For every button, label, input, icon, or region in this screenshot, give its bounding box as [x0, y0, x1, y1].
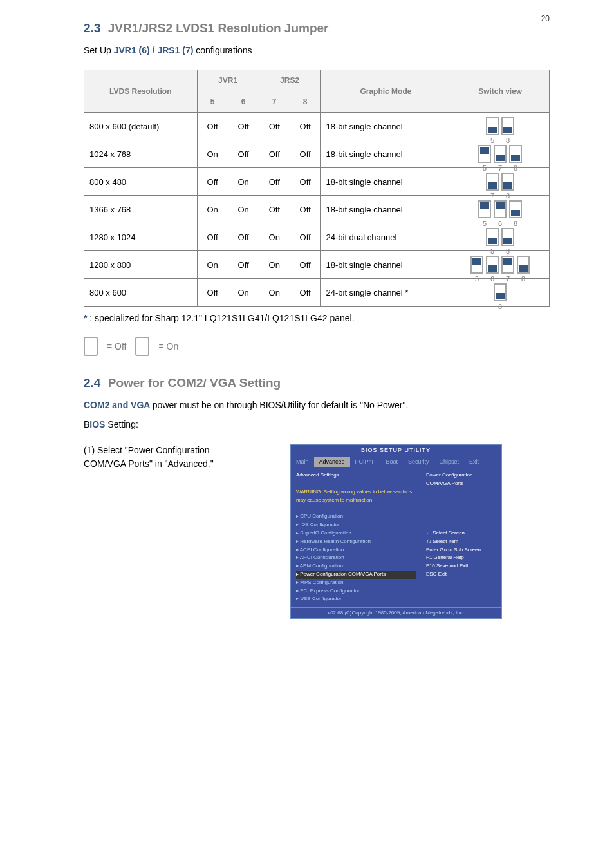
bios-help-line: F1 General Help [426, 554, 497, 562]
note-star: * [84, 313, 89, 323]
cell-resolution: 1024 x 768 [84, 140, 198, 168]
p2-pre: B [84, 419, 89, 429]
lvds-config-table: LVDS Resolution JVR1 JRS2 Graphic Mode S… [84, 70, 550, 307]
cell-jumper: Off [228, 113, 259, 140]
note-text: : specialized for Sharp 12.1" LQ121S1LG4… [89, 313, 354, 323]
cell-mode: 18-bit single channel [321, 140, 451, 168]
section-2-3-heading: 2.3 JVR1/JRS2 LVDS1 Resolution Jumper [84, 19, 550, 38]
bios-body: Advanced Settings WARNING: Setting wrong… [291, 467, 501, 607]
bios-menu-item: Main [291, 457, 314, 468]
cell-resolution: 1280 x 1024 [84, 223, 198, 251]
switch-icon: 7 [494, 145, 507, 163]
bios-list-item: ▸ Hardware Health Configuration [296, 538, 416, 546]
cell-jumper: Off [290, 223, 321, 251]
table-row: 1280 x 1024OffOffOnOff24-bit dual channe… [84, 223, 550, 251]
switch-label: 6 [498, 218, 502, 229]
bios-list-item: ▸ IDE Configuration [296, 521, 416, 529]
cell-resolution: 800 x 600 [84, 279, 198, 307]
cell-jumper: Off [290, 279, 321, 307]
bios-menu-item: PCIPnP [350, 457, 381, 468]
asterisk-note: * : specialized for Sharp 12.1" LQ121S1L… [84, 312, 550, 325]
section-2-4-title: Power for COM2/ VGA Setting [108, 376, 281, 390]
desc-prefix: Set Up [84, 45, 114, 55]
cell-jumper: On [259, 279, 290, 307]
bios-list-item: ▸ APM Configuration [296, 562, 416, 571]
switch-label: 5 [490, 135, 494, 146]
switch-label: 8 [506, 246, 510, 257]
table-row: 1280 x 800OnOffOnOff18-bit single channe… [84, 251, 550, 279]
cell-jumper: Off [290, 113, 321, 140]
section-2-3-description: Set Up JVR1 (6) / JRS1 (7) configuration… [84, 43, 550, 59]
switch-label: 5 [475, 274, 479, 285]
cell-jumper: Off [290, 168, 321, 196]
switch-label: 8 [514, 218, 517, 229]
th-resolution: LVDS Resolution [84, 70, 198, 113]
switch-label: 7 [506, 274, 510, 285]
switch-label: 7 [490, 191, 494, 202]
cell-resolution: 1280 x 800 [84, 251, 198, 279]
bios-menu-item: Boot [381, 457, 404, 468]
bios-list-item: ▸ PCI Express Configuration [296, 587, 416, 596]
cell-jumper: Off [197, 279, 228, 307]
cell-resolution: 800 x 480 [84, 168, 198, 196]
switch-icon: 7 [486, 173, 499, 191]
cell-resolution: 1366 x 768 [84, 196, 198, 223]
cell-switch: 8 [451, 279, 550, 307]
section-2-4-p2: BIOS Setting: [84, 417, 550, 433]
step1-text: (1) Select "Power Configuration COM/VGA … [84, 444, 251, 471]
cell-switch: 58 [451, 113, 550, 140]
switch-label: 6 [490, 274, 494, 285]
th-jrs2: JRS2 [259, 70, 321, 91]
cell-jumper: On [228, 279, 259, 307]
th-sub-8: 8 [290, 91, 321, 113]
bios-right-panel: Power Configuration COM/VGA Ports ← Sele… [422, 467, 501, 607]
desc-suffix: configurations [196, 45, 252, 55]
table-row: 800 x 480OffOnOffOff18-bit single channe… [84, 168, 550, 196]
p1-rest: power must be on through BIOS/Utility fo… [153, 400, 408, 410]
cell-mode: 24-bit single channel * [321, 279, 451, 307]
section-2-4-p1: COM2 and VGA power must be on through BI… [84, 398, 550, 413]
th-graphic-mode: Graphic Mode [321, 70, 451, 113]
bios-list-item: ▸ CPU Configuration [296, 513, 416, 521]
p1-bold: COM2 and VGA [84, 400, 153, 410]
bios-screenshot: BIOS SETUP UTILITY MainAdvancedPCIPnPBoo… [290, 444, 502, 619]
cell-switch: 5678 [451, 251, 550, 279]
switch-icon: 5 [478, 145, 491, 163]
bios-title: BIOS SETUP UTILITY [291, 445, 501, 457]
switch-icon: 5 [486, 228, 499, 246]
cell-resolution: 800 x 600 (default) [84, 113, 198, 140]
legend-on-icon [135, 337, 149, 356]
switch-icon: 5 [478, 200, 491, 218]
section-2-4-number: 2.4 [84, 376, 100, 390]
cell-jumper: Off [290, 196, 321, 223]
bios-footer: v02.68 (C)Copyright 1985-2009, American … [291, 607, 501, 618]
desc-highlight: JVR1 (6) / JRS1 (7) [114, 45, 194, 55]
switch-icon: 8 [501, 228, 514, 246]
switch-icon: 7 [501, 256, 514, 274]
switch-icon: 8 [501, 117, 514, 135]
switch-icon: 5 [486, 117, 499, 135]
cell-jumper: Off [228, 251, 259, 279]
bios-list-item: ▸ AHCI Configuration [296, 554, 416, 562]
bios-help-line: F10 Save and Exit [426, 562, 497, 571]
cell-jumper: Off [259, 168, 290, 196]
cell-mode: 18-bit single channel [321, 251, 451, 279]
switch-icon: 8 [509, 145, 522, 163]
cell-jumper: Off [197, 113, 228, 140]
bios-list-item: ▸ ACPI Configuration [296, 546, 416, 554]
switch-label: 8 [506, 191, 510, 202]
switch-label: 8 [514, 163, 517, 174]
switch-icon: 8 [509, 200, 522, 218]
bios-warn1: WARNING: Setting wrong values in below s… [296, 488, 416, 496]
legend-off-label: = Off [107, 340, 126, 354]
bios-menu-item: Chipset [434, 457, 465, 468]
switch-icon: 6 [494, 200, 507, 218]
table-row: 800 x 600OffOnOnOff24-bit single channel… [84, 279, 550, 307]
bios-menu-item: Advanced [314, 457, 350, 468]
bios-list-item: ▸ MPS Configuration [296, 579, 416, 587]
cell-jumper: On [197, 140, 228, 168]
bios-help-line: ↑↓ Select Item [426, 538, 497, 546]
table-row: 1024 x 768OnOffOffOff18-bit single chann… [84, 140, 550, 168]
bios-help-line: ← Select Screen [426, 529, 497, 538]
cell-mode: 18-bit single channel [321, 196, 451, 223]
